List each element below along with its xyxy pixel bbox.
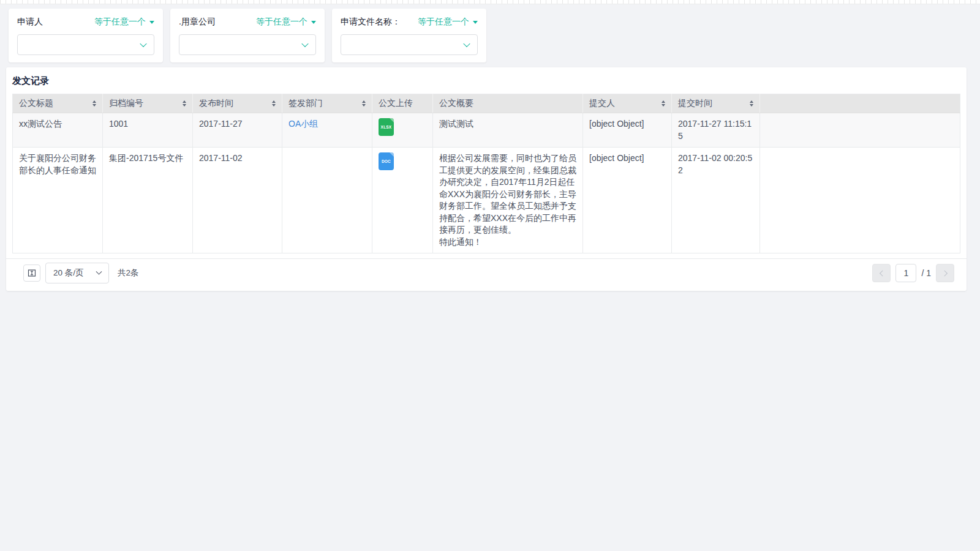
column-settings-icon <box>28 269 36 277</box>
cell-submit-time: 2017-11-27 11:15:15 <box>672 113 760 148</box>
cell-issuing-dept <box>282 148 372 253</box>
filter-card-seal-company: .用章公司 等于任意一个 <box>170 9 325 62</box>
chevron-left-icon <box>880 270 886 276</box>
sort-icon[interactable] <box>362 100 366 107</box>
records-table: 公文标题 归档编号 发布时间 签发部门 公文上传 <box>12 94 960 253</box>
page-title: 发文记录 <box>12 75 960 87</box>
top-ruler-strip <box>0 0 980 4</box>
filter-select-file-name[interactable] <box>341 34 478 55</box>
column-header-issuing-dept[interactable]: 签发部门 <box>282 94 372 113</box>
cell-file-upload: XLSX <box>372 113 433 148</box>
records-panel: 发文记录 公文标题 归档编号 发布时间 <box>6 67 967 291</box>
cell-archive-no: 1001 <box>103 113 193 148</box>
filter-operator-label: 等于任意一个 <box>418 17 469 28</box>
sort-icon[interactable] <box>750 100 753 107</box>
table-row: xx测试公告 1001 2017-11-27 OA小组 XLSX 测试测试 [o… <box>13 113 960 148</box>
xlsx-file-icon[interactable]: XLSX <box>379 118 394 136</box>
filter-label-seal-company: .用章公司 <box>179 17 216 28</box>
chevron-right-icon <box>941 270 948 276</box>
cell-actions <box>760 113 960 148</box>
column-header-archive-no[interactable]: 归档编号 <box>103 94 193 113</box>
cell-publish-date: 2017-11-02 <box>193 148 282 253</box>
cell-actions <box>760 148 960 253</box>
chevron-down-icon <box>96 268 102 274</box>
cell-summary: 测试测试 <box>433 113 583 148</box>
filter-operator-label: 等于任意一个 <box>256 17 307 28</box>
filter-operator-dropdown-applicant[interactable]: 等于任意一个 <box>94 17 154 28</box>
sort-icon[interactable] <box>272 100 276 107</box>
filter-operator-dropdown-file-name[interactable]: 等于任意一个 <box>418 17 478 28</box>
filter-label-applicant: 申请人 <box>17 17 43 28</box>
caret-down-icon <box>149 21 154 24</box>
column-header-publish-date[interactable]: 发布时间 <box>193 94 282 113</box>
filter-card-applicant: 申请人 等于任意一个 <box>9 9 163 62</box>
issuing-dept-link[interactable]: OA小组 <box>288 119 318 129</box>
filter-select-seal-company[interactable] <box>179 34 316 55</box>
filter-operator-dropdown-seal-company[interactable]: 等于任意一个 <box>256 17 316 28</box>
column-header-title[interactable]: 公文标题 <box>13 94 103 113</box>
column-settings-button[interactable] <box>23 264 40 282</box>
pager: 1 / 1 <box>872 264 954 282</box>
sort-icon[interactable] <box>662 100 665 107</box>
table-row: 关于襄阳分公司财务部长的人事任命通知 集团-201715号文件 2017-11-… <box>13 148 960 253</box>
sort-icon[interactable] <box>183 100 186 107</box>
page-input[interactable]: 1 <box>895 264 916 282</box>
total-count-label: 共2条 <box>118 268 139 279</box>
caret-down-icon <box>311 21 316 24</box>
doc-file-icon[interactable]: DOC <box>379 152 394 170</box>
pagination-bar: 20 条/页 共2条 1 / 1 <box>6 258 967 291</box>
previous-page-button[interactable] <box>872 264 891 282</box>
cell-submit-time: 2017-11-02 00:20:52 <box>672 148 760 253</box>
panel-spacer <box>12 253 960 258</box>
cell-issuing-dept: OA小组 <box>282 113 372 148</box>
cell-summary: 根据公司发展需要，同时也为了给员工提供更大的发展空间，经集团总裁办研究决定，自2… <box>433 148 583 253</box>
caret-down-icon <box>473 21 478 24</box>
column-header-submitter[interactable]: 提交人 <box>583 94 672 113</box>
chevron-down-icon <box>301 40 308 47</box>
sort-icon[interactable] <box>92 100 96 107</box>
page-size-label: 20 条/页 <box>53 268 84 279</box>
cell-file-upload: DOC <box>372 148 433 253</box>
filter-card-file-name: 申请文件名称： 等于任意一个 <box>332 9 486 62</box>
chevron-down-icon <box>463 40 470 47</box>
cell-submitter: [object Object] <box>583 113 672 148</box>
cell-title: 关于襄阳分公司财务部长的人事任命通知 <box>13 148 103 253</box>
column-header-actions <box>760 94 960 113</box>
filter-label-file-name: 申请文件名称： <box>341 17 401 28</box>
cell-title: xx测试公告 <box>13 113 103 148</box>
filter-bar: 申请人 等于任意一个 .用章公司 等于任意一个 申请文件名称： 等于任意一个 <box>9 9 971 62</box>
page-size-select[interactable]: 20 条/页 <box>45 263 109 283</box>
column-header-file-upload: 公文上传 <box>372 94 433 113</box>
column-header-submit-time[interactable]: 提交时间 <box>672 94 760 113</box>
cell-submitter: [object Object] <box>583 148 672 253</box>
column-header-summary: 公文概要 <box>433 94 583 113</box>
table-header-row: 公文标题 归档编号 发布时间 签发部门 公文上传 <box>13 94 960 113</box>
filter-select-applicant[interactable] <box>17 34 154 55</box>
filter-operator-label: 等于任意一个 <box>94 17 146 28</box>
next-page-button[interactable] <box>936 264 954 282</box>
cell-archive-no: 集团-201715号文件 <box>103 148 193 253</box>
chevron-down-icon <box>140 40 146 47</box>
page-total-label: / 1 <box>921 268 931 278</box>
cell-publish-date: 2017-11-27 <box>193 113 282 148</box>
